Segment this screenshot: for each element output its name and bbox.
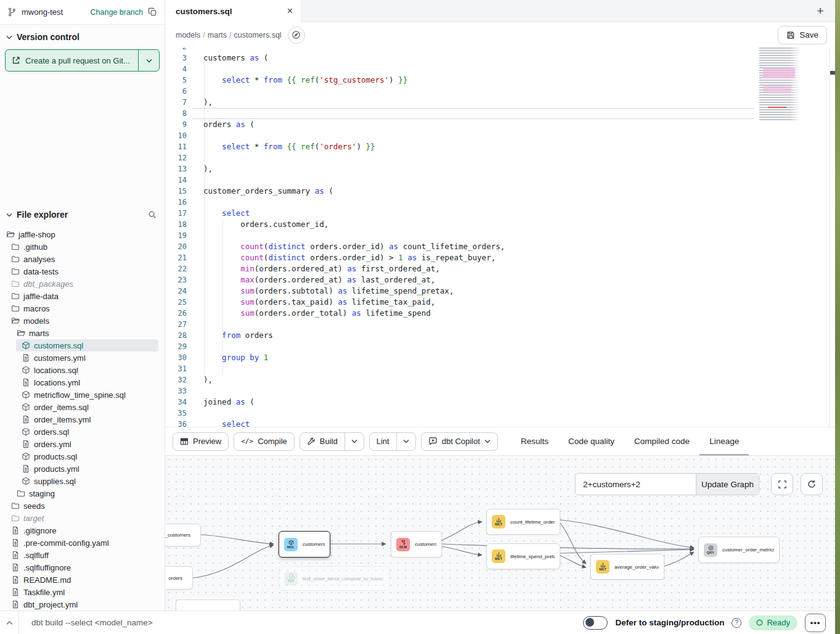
code-line-12[interactable]: 12 [165, 152, 835, 163]
lineage-node-average_order_value[interactable]: METaverage_order_value [590, 554, 664, 580]
lineage-node-count_lifetime_orders[interactable]: METcount_lifetime_orders [486, 509, 560, 535]
tab-results[interactable]: Results [511, 427, 558, 456]
file-tree-item--sqlfluff[interactable]: .sqlfluff [6, 549, 158, 561]
code-line-11[interactable]: 11 select * from {{ ref('orders') }} [165, 141, 835, 152]
file-tree-item-order-items-sql[interactable]: order_items.sql [16, 401, 158, 413]
code-line-19[interactable]: 19 [165, 230, 835, 241]
breadcrumb-marts[interactable]: marts [208, 31, 227, 39]
save-button[interactable]: Save [778, 26, 827, 44]
file-tree-item--pre-commit-config-yaml[interactable]: .pre-commit-config.yaml [6, 537, 158, 549]
search-icon[interactable] [148, 210, 157, 220]
code-line-10[interactable]: 10 [165, 130, 835, 141]
new-tab-button[interactable]: + [813, 4, 828, 19]
code-line-32[interactable]: 32), [165, 374, 835, 385]
code-line-17[interactable]: 17 select [165, 208, 835, 219]
tab-compiled-code[interactable]: Compiled code [624, 427, 699, 456]
help-icon[interactable]: ? [732, 618, 741, 628]
file-tree-item-orders-yml[interactable]: orders.yml [16, 438, 158, 450]
lineage-selector-input[interactable] [576, 474, 696, 495]
code-line-5[interactable]: 5 select * from {{ ref('stg_customers') … [165, 75, 835, 86]
file-tree-item-metricflow-time-spine-sql[interactable]: metricflow_time_spine.sql [16, 389, 158, 401]
file-tree-item-orders-sql[interactable]: orders.sql [16, 426, 158, 438]
lineage-node-lifetime_spend_pretax[interactable]: METlifetime_spend_pretax [486, 543, 560, 569]
code-line-28[interactable]: 28 from orders [165, 330, 835, 341]
defer-toggle[interactable] [583, 616, 608, 630]
file-tree-item--gitignore[interactable]: .gitignore [6, 524, 158, 537]
fullscreen-button[interactable] [771, 473, 793, 495]
lineage-node-orders[interactable]: orders [165, 566, 193, 590]
editor-scrollbar[interactable] [829, 47, 835, 427]
build-button[interactable]: Build [300, 433, 345, 450]
file-tree-item-jaffle-shop[interactable]: jaffle-shop [1, 228, 158, 241]
create-pr-dropdown[interactable] [138, 50, 159, 71]
lineage-node-customers-semantic[interactable]: SEMcustomers [391, 531, 442, 558]
code-line-3[interactable]: 3customers as ( [165, 52, 835, 64]
code-line-8[interactable]: 8 [165, 108, 835, 119]
file-explorer-header[interactable]: File explorer [0, 205, 165, 223]
code-line-30[interactable]: 30 group by 1 [165, 352, 835, 363]
code-line-26[interactable]: 26 sum(orders.order_total) as lifetime_s… [165, 308, 835, 319]
file-tree-item-order-items-yml[interactable]: order_items.yml [16, 413, 158, 426]
file-tree-item-macros[interactable]: macros [6, 302, 158, 315]
code-line-35[interactable]: 35 [165, 408, 835, 419]
file-tree-item-dbt-project-yml[interactable]: dbt_project.yml [6, 598, 158, 611]
file-tree-item-locations-yml[interactable]: locations.yml [16, 376, 158, 389]
code-line-7[interactable]: 7), [165, 97, 835, 108]
code-line-20[interactable]: 20 count(distinct orders.order_id) as co… [165, 241, 835, 252]
file-tree-item-analyses[interactable]: analyses [6, 253, 158, 265]
file-tree-item--github[interactable]: .github [6, 241, 158, 253]
create-pr-button[interactable]: Create a pull request on Git... [5, 49, 160, 72]
change-branch-link[interactable]: Change branch [91, 8, 143, 17]
file-tree-item-target[interactable]: target [6, 512, 158, 524]
file-tree-item-taskfile-yml[interactable]: Taskfile.yml [6, 586, 158, 598]
code-line-23[interactable]: 23 max(orders.ordered_at) as last_ordere… [165, 274, 835, 286]
file-tree-item-staging[interactable]: staging [11, 487, 158, 500]
lineage-node-customer_order_metrics[interactable]: QRYcustomer_order_metrics [698, 537, 780, 563]
code-line-33[interactable]: 33 [165, 385, 835, 397]
code-line-9[interactable]: 9orders as ( [165, 119, 835, 130]
file-tree-item-models[interactable]: models [6, 315, 158, 327]
code-line-16[interactable]: 16 [165, 197, 835, 208]
lint-button[interactable]: Lint [370, 433, 396, 450]
code-line-15[interactable]: 15customer_orders_summary as ( [165, 186, 835, 197]
preview-button[interactable]: Preview [173, 432, 229, 451]
file-tree-item-customers-sql[interactable]: customers.sql [16, 339, 158, 352]
code-line-25[interactable]: 25 sum(orders.tax_paid) as lifetime_tax_… [165, 297, 835, 308]
code-line-29[interactable]: 29 [165, 341, 835, 352]
refresh-button[interactable] [801, 473, 823, 495]
code-line-2[interactable]: 2 [165, 47, 835, 52]
tab-customers-sql[interactable]: customers.sql × [165, 0, 302, 22]
tab-code-quality[interactable]: Code quality [558, 427, 624, 456]
copy-icon[interactable] [148, 7, 157, 17]
code-line-22[interactable]: 22 min(orders.ordered_at) as first_order… [165, 263, 835, 274]
breadcrumb-models[interactable]: models [176, 31, 200, 39]
version-control-header[interactable]: Version control [0, 25, 165, 47]
file-tree-item--sqlfluffignore[interactable]: .sqlfluffignore [6, 561, 158, 574]
command-input[interactable]: dbt build --select <model_name> [31, 618, 583, 627]
file-tree-item-products-yml[interactable]: products.yml [16, 463, 158, 475]
lineage-node-customers-model[interactable]: MDLcustomers [279, 531, 330, 558]
code-line-34[interactable]: 34joined as ( [165, 397, 835, 408]
code-line-27[interactable]: 27 [165, 319, 835, 330]
minimap[interactable] [759, 47, 813, 120]
lineage-node-stg_customers[interactable]: stg_customers [165, 524, 201, 546]
file-tree-item-dbt-packages[interactable]: dbt_packages [6, 278, 158, 290]
compile-button[interactable]: </> Compile [234, 432, 295, 451]
code-line-4[interactable]: 4 [165, 64, 835, 75]
file-tree-item-readme-md[interactable]: README.md [6, 574, 158, 586]
chevron-up-icon[interactable] [0, 620, 18, 625]
code-line-14[interactable]: 14 [165, 175, 835, 186]
more-options-button[interactable]: ••• [805, 614, 826, 632]
file-tree-item-data-tests[interactable]: data-tests [6, 265, 158, 278]
file-tree-item-products-sql[interactable]: products.sql [16, 450, 158, 463]
file-tree-item-jaffle-data[interactable]: jaffle-data [6, 290, 158, 302]
code-line-18[interactable]: 18 orders.customer_id, [165, 219, 835, 230]
lineage-node-test-node[interactable]: TSTtest_order_items_compute_to_bools... [279, 566, 389, 591]
close-icon[interactable]: × [287, 6, 293, 16]
code-line-13[interactable]: 13), [165, 163, 835, 175]
file-tree-item-locations-sql[interactable]: locations.sql [16, 364, 158, 376]
build-dropdown[interactable] [345, 433, 364, 450]
breadcrumb-file[interactable]: customers.sql [234, 31, 282, 39]
dbt-copilot-button[interactable]: dbt Copilot [421, 432, 498, 451]
lineage-node-partial-bottom[interactable] [176, 599, 240, 611]
